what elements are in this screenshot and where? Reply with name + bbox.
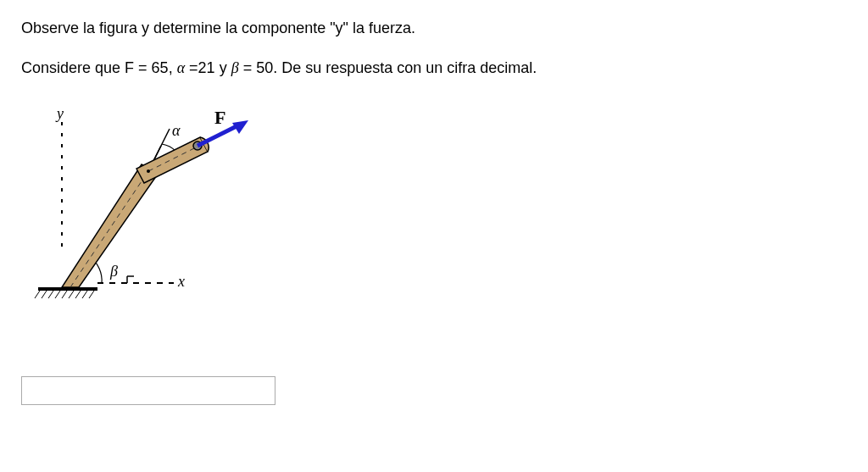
question-line-1: Observe la figura y determine la compone… xyxy=(21,17,847,40)
svg-line-1 xyxy=(42,291,47,298)
svg-line-12 xyxy=(70,171,148,287)
q2-mid3: y xyxy=(215,59,231,76)
question-line-2: Considere que F = 65, α =21 y β = 50. De… xyxy=(21,57,847,80)
alpha-symbol: α xyxy=(177,59,185,76)
q2-mid2: = xyxy=(185,59,198,76)
svg-line-8 xyxy=(89,291,94,298)
diagram-svg xyxy=(30,105,284,325)
force-label: F xyxy=(214,107,225,129)
svg-line-0 xyxy=(35,291,40,298)
beta-label: β xyxy=(110,263,118,280)
q2-suffix: . De su respuesta con un cifra decimal. xyxy=(273,59,537,76)
svg-line-7 xyxy=(82,291,87,298)
svg-line-3 xyxy=(55,291,60,298)
q2-F-value: 65 xyxy=(152,59,169,76)
svg-line-6 xyxy=(75,291,81,298)
svg-line-5 xyxy=(69,291,74,298)
y-axis-label: y xyxy=(57,105,64,123)
q2-beta-value: 50 xyxy=(256,59,273,76)
diagram: y x α β F xyxy=(30,105,284,325)
svg-line-2 xyxy=(48,291,53,298)
q2-mid4: = xyxy=(239,59,257,76)
bend-joint xyxy=(147,169,150,173)
q2-prefix: Considere que F = xyxy=(21,59,152,76)
x-axis-label: x xyxy=(178,273,185,291)
q2-mid1: , xyxy=(169,59,177,76)
alpha-label: α xyxy=(172,122,180,140)
beta-symbol: β xyxy=(231,59,239,76)
svg-line-4 xyxy=(62,291,67,298)
q2-alpha-value: 21 xyxy=(198,59,215,76)
question-text-1: Observe la figura y determine la compone… xyxy=(21,19,415,36)
answer-input[interactable] xyxy=(21,376,275,405)
